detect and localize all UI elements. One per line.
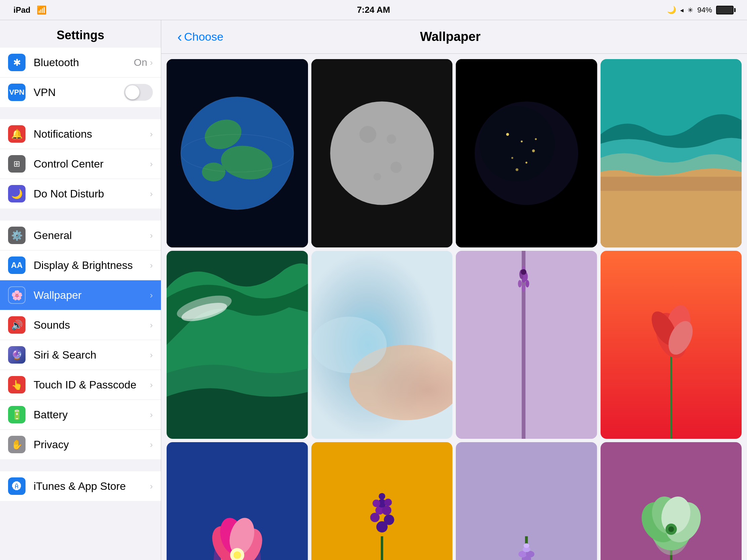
bluetooth-icon: ✱ [8, 54, 26, 71]
wallpaper-thumb-purple-flower[interactable] [456, 251, 597, 439]
chevron-icon: › [150, 129, 153, 139]
wallpaper-thumb-berry-flower[interactable] [311, 442, 453, 560]
svg-point-12 [387, 134, 396, 144]
privacy-icon: ✋ [8, 436, 26, 453]
bluetooth-label: Bluetooth [33, 56, 134, 69]
sounds-icon: 🔊 [8, 316, 26, 334]
svg-point-9 [359, 126, 376, 143]
vpn-toggle[interactable] [124, 84, 153, 101]
wallpaper-thumb-grape-hyacinth[interactable] [456, 442, 597, 560]
moon-status-icon: 🌙 [667, 6, 676, 15]
status-time: 7:24 AM [357, 5, 390, 15]
touchid-label: Touch ID & Passcode [33, 379, 150, 391]
vpn-icon: VPN [8, 84, 26, 101]
svg-point-40 [518, 280, 522, 287]
svg-rect-27 [600, 191, 742, 247]
svg-point-8 [330, 101, 434, 205]
back-label[interactable]: Choose [184, 30, 223, 43]
sidebar-item-dnd[interactable]: 🌙 Do Not Disturb › [0, 179, 161, 209]
sidebar-item-notifications[interactable]: 🔔 Notifications › [0, 119, 161, 149]
chevron-icon: › [150, 380, 153, 390]
chevron-icon: › [150, 159, 153, 169]
svg-point-33 [311, 317, 387, 373]
status-left: iPad 📶 [14, 5, 47, 15]
svg-point-18 [521, 140, 523, 142]
chevron-icon: › [150, 230, 153, 241]
sidebar-item-battery[interactable]: 🔋 Battery › [0, 400, 161, 430]
touchid-icon: 👆 [8, 376, 26, 394]
wallpaper-thumb-red-flower[interactable] [600, 251, 742, 439]
wallpaper-thumb-green-flower[interactable] [600, 442, 742, 560]
siri-label: Siri & Search [33, 349, 150, 361]
svg-point-95 [668, 527, 674, 532]
back-chevron-icon: ‹ [177, 29, 182, 45]
status-right: 🌙 ◂ ✳ 94% [667, 6, 733, 15]
page-title: Wallpaper [420, 30, 481, 44]
svg-point-64 [384, 515, 394, 525]
battery-menu-icon: 🔋 [8, 406, 26, 423]
svg-point-36 [522, 285, 525, 292]
siri-icon: 🔮 [8, 346, 26, 364]
back-button[interactable]: ‹ Choose [177, 29, 223, 45]
svg-point-19 [532, 150, 535, 152]
sidebar: Settings ✱ Bluetooth On › VPN VPN 🔔 Noti… [0, 0, 161, 560]
main-header: ‹ Choose Wallpaper [161, 20, 747, 54]
wallpaper-thumb-night-earth[interactable] [456, 59, 597, 247]
sidebar-item-siri[interactable]: 🔮 Siri & Search › [0, 340, 161, 370]
wallpaper-thumb-blurred[interactable] [311, 251, 453, 439]
dnd-icon: 🌙 [8, 185, 26, 203]
general-label: General [33, 229, 150, 242]
sounds-label: Sounds [33, 319, 150, 331]
sidebar-item-sounds[interactable]: 🔊 Sounds › [0, 310, 161, 340]
sidebar-item-touchid[interactable]: 👆 Touch ID & Passcode › [0, 370, 161, 400]
svg-point-13 [356, 156, 369, 169]
notifications-label: Notifications [33, 128, 150, 140]
chevron-icon: › [150, 439, 153, 450]
wallpaper-thumb-earth[interactable] [166, 59, 308, 247]
sidebar-item-privacy[interactable]: ✋ Privacy › [0, 430, 161, 459]
wifi-icon: 📶 [36, 5, 47, 15]
chevron-icon: › [150, 189, 153, 199]
separator-1 [0, 107, 161, 119]
wallpaper-label: Wallpaper [33, 289, 150, 301]
sidebar-item-display[interactable]: AA Display & Brightness › [0, 250, 161, 280]
device-name: iPad [14, 5, 31, 15]
privacy-label: Privacy [33, 438, 150, 451]
svg-point-21 [525, 162, 527, 164]
sidebar-item-vpn[interactable]: VPN VPN [0, 78, 161, 107]
svg-point-4 [202, 162, 225, 181]
svg-point-23 [516, 168, 518, 171]
sidebar-item-control-center[interactable]: ⊞ Control Center › [0, 149, 161, 179]
battery-label: Battery [33, 408, 150, 421]
svg-point-69 [384, 499, 392, 506]
bluetooth-value: On [134, 57, 147, 68]
section-connectivity: ✱ Bluetooth On › VPN VPN [0, 48, 161, 107]
svg-point-22 [535, 138, 537, 140]
control-center-icon: ⊞ [8, 155, 26, 172]
battery-icon [716, 6, 733, 15]
wallpaper-thumb-beach[interactable] [600, 59, 742, 247]
svg-point-17 [506, 133, 509, 136]
location-icon: ◂ [680, 6, 684, 14]
svg-point-70 [379, 493, 385, 500]
wallpaper-thumb-moon[interactable] [311, 59, 453, 247]
svg-point-85 [524, 543, 529, 548]
wallpaper-thumb-pink-flower[interactable] [166, 442, 308, 560]
sidebar-item-general[interactable]: ⚙️ General › [0, 220, 161, 250]
separator-3 [0, 459, 161, 471]
appstore-icon: 🅐 [8, 477, 26, 495]
appstore-label: iTunes & App Store [33, 480, 150, 492]
wallpaper-thumb-wave[interactable] [166, 251, 308, 439]
wallpaper-icon: 🌸 [8, 286, 26, 304]
display-label: Display & Brightness [33, 259, 150, 272]
chevron-icon: › [150, 320, 153, 330]
control-center-label: Control Center [33, 158, 150, 170]
sidebar-item-appstore[interactable]: 🅐 iTunes & App Store › [0, 471, 161, 501]
chevron-icon: › [150, 290, 153, 300]
svg-point-11 [374, 173, 381, 180]
sidebar-item-wallpaper[interactable]: 🌸 Wallpaper › [0, 280, 161, 310]
sidebar-item-bluetooth[interactable]: ✱ Bluetooth On › [0, 48, 161, 78]
wallpaper-grid [161, 54, 747, 560]
section-main-settings: ⚙️ General › AA Display & Brightness › 🌸… [0, 220, 161, 459]
display-icon: AA [8, 257, 26, 274]
